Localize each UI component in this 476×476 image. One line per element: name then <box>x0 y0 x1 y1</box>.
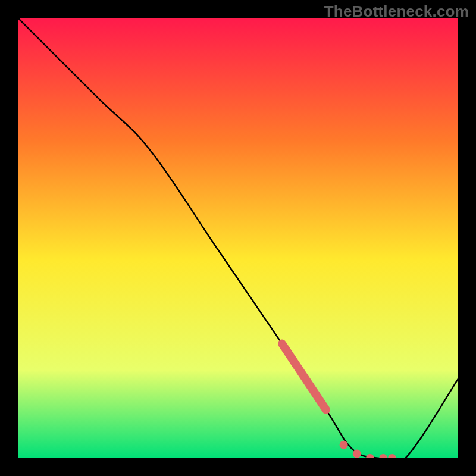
highlight-dot <box>340 441 348 449</box>
highlight-dot <box>353 450 361 458</box>
chart-svg <box>18 18 458 458</box>
chart-frame: TheBottleneck.com <box>0 0 476 476</box>
plot-area <box>18 18 458 458</box>
